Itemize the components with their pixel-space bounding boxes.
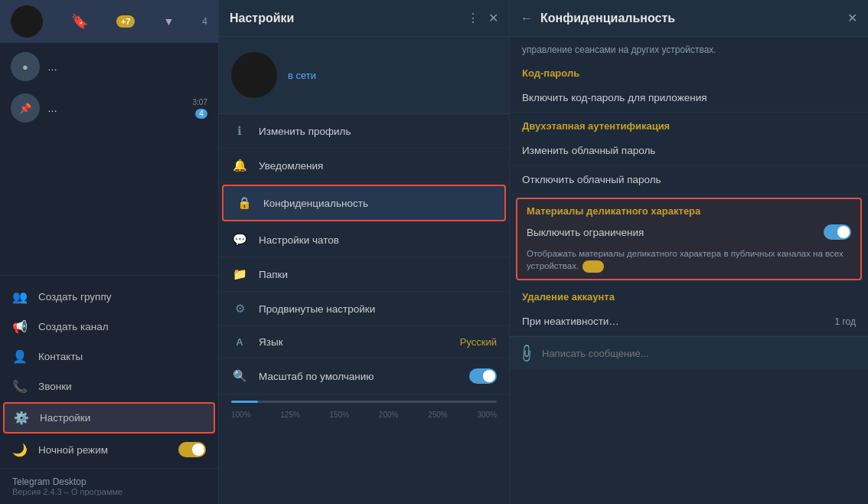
profile-status: в сети [288, 70, 316, 81]
privacy-item-change-password[interactable]: Изменить облачный пароль [510, 136, 868, 165]
info-icon: ℹ [231, 124, 248, 138]
zoom-toggle[interactable] [469, 368, 497, 384]
attachment-icon[interactable]: 📎 [516, 343, 537, 365]
item-label: Уведомления [259, 160, 497, 172]
message-input-bar: 📎 [510, 336, 868, 370]
item-label: Настройки чатов [259, 234, 497, 246]
item-label: Включить код-пароль для приложения [522, 92, 707, 103]
privacy-content: управление сеансами на других устройства… [510, 37, 868, 504]
chat-name: … [47, 103, 185, 114]
settings-menu: ℹ Изменить профиль 🔔 Уведомления 🔒 Конфи… [219, 114, 509, 504]
item-label: Изменить профиль [259, 126, 497, 137]
sidebar-item-contacts[interactable]: 👤 Контакты [0, 342, 218, 371]
privacy-header: ← Конфиденциальность ✕ [510, 0, 868, 37]
sensitive-toggle-row: Выключить ограничения [527, 221, 851, 243]
sensitive-section-title: Материалы деликатного характера [527, 205, 851, 217]
sidebar-item-night-mode[interactable]: 🌙 Ночной режим [0, 434, 218, 465]
zoom-label-150: 150% [330, 411, 350, 419]
more-icon[interactable]: ⋮ [467, 11, 479, 25]
language-icon: A [231, 336, 248, 348]
chat-time: 3:07 [193, 98, 207, 106]
sidebar-item-label: Звонки [38, 381, 72, 392]
avatar: ● [11, 52, 40, 81]
zoom-label-100: 100% [231, 411, 251, 419]
list-item[interactable]: 📌 … 3:07 4 [0, 87, 218, 129]
zoom-fill [231, 401, 258, 403]
sidebar-item-create-channel[interactable]: 📢 Создать канал [0, 312, 218, 342]
settings-item-folders[interactable]: 📁 Папки [219, 257, 509, 292]
sidebar-menu: 👥 Создать группу 📢 Создать канал 👤 Конта… [0, 279, 218, 468]
language-value: Русский [460, 336, 497, 348]
zoom-label-125: 125% [280, 411, 300, 419]
settings-item-zoom[interactable]: 🔍 Масштаб по умолчанию [219, 358, 509, 394]
sidebar-item-settings[interactable]: ⚙️ Настройки [3, 402, 215, 434]
privacy-item-enable-passcode[interactable]: Включить код-пароль для приложения [510, 83, 868, 113]
zoom-track[interactable] [231, 401, 497, 403]
sidebar-item-label: Ночной режим [38, 444, 108, 456]
privacy-item-disable-password[interactable]: Отключить облачный пароль [510, 165, 868, 195]
settings-item-edit-profile[interactable]: ℹ Изменить профиль [219, 114, 509, 149]
lock-icon: 🔒 [236, 196, 253, 210]
profile-avatar [231, 52, 277, 98]
settings-item-language[interactable]: A Язык Русский [219, 326, 509, 358]
zoom-label-200: 200% [379, 411, 399, 419]
sensitive-toggle[interactable] [824, 224, 851, 240]
delete-value: 1 год [834, 316, 856, 327]
passcode-section-title: Код-пароль [510, 60, 868, 83]
item-label: Конфиденциальность [263, 198, 492, 209]
item-label: Продвинутые настройки [259, 303, 497, 315]
bell-icon: 🔔 [231, 159, 248, 172]
two-step-section-title: Двухэтапная аутентификация [510, 113, 868, 136]
settings-item-notifications[interactable]: 🔔 Уведомления [219, 149, 509, 183]
app-title: Telegram Desktop [12, 476, 206, 487]
close-icon[interactable]: ✕ [488, 11, 498, 25]
session-note: управление сеансами на других устройства… [510, 37, 868, 60]
user-avatar[interactable] [11, 5, 43, 38]
list-item[interactable]: ● … [0, 46, 218, 87]
chevron-down-icon[interactable]: ▼ [163, 15, 174, 28]
item-label: Язык [259, 336, 449, 348]
chat-count-badge: 4 [202, 16, 207, 27]
sensitive-note: Отображать материалы деликатного характе… [527, 247, 851, 273]
app-version[interactable]: Версия 2.4.3 – О программе [12, 487, 206, 496]
close-icon[interactable]: ✕ [847, 11, 857, 25]
settings-panel: Настройки ⋮ ✕ в сети ℹ Изменить профиль … [218, 0, 509, 504]
settings-profile[interactable]: в сети [219, 37, 509, 114]
phone-icon: 📞 [12, 379, 28, 394]
delete-section-title: Удаление аккаунта [510, 283, 868, 307]
sidebar-item-create-group[interactable]: 👥 Создать группу [0, 282, 218, 312]
privacy-panel: ← Конфиденциальность ✕ управление сеанса… [509, 0, 868, 504]
profile-info: в сети [288, 70, 316, 81]
advanced-icon: ⚙ [231, 302, 248, 316]
item-label: Папки [259, 269, 497, 280]
zoom-slider-container [219, 394, 509, 409]
people-icon: 👥 [12, 290, 28, 304]
back-button[interactable]: ← [520, 11, 533, 25]
zoom-label-250: 250% [428, 411, 448, 419]
sensitive-content-section: Материалы деликатного характера Выключит… [516, 198, 862, 280]
settings-title: Настройки [230, 11, 294, 25]
settings-item-privacy[interactable]: 🔒 Конфиденциальность [222, 185, 506, 221]
item-label: При неактивности… [522, 316, 619, 327]
settings-item-advanced[interactable]: ⚙ Продвинутые настройки [219, 292, 509, 326]
sidebar-item-label: Создать группу [38, 291, 111, 303]
gear-icon: ⚙️ [14, 411, 29, 425]
sensitive-label: Выключить ограничения [527, 227, 644, 238]
contact-icon: 👤 [12, 349, 28, 364]
sidebar-item-calls[interactable]: 📞 Звонки [0, 371, 218, 401]
sidebar-item-label: Создать канал [38, 321, 109, 332]
item-label: Изменить облачный пароль [522, 145, 655, 156]
night-mode-toggle[interactable] [178, 442, 206, 457]
item-label: Отключить облачный пароль [522, 174, 661, 185]
plus-badge: +7 [116, 15, 135, 28]
message-input[interactable] [542, 348, 859, 359]
bookmark-icon[interactable]: 🔖 [71, 13, 88, 30]
privacy-item-delete-account[interactable]: При неактивности… 1 год [510, 307, 868, 336]
settings-item-chat-settings[interactable]: 💬 Настройки чатов [219, 223, 509, 257]
zoom-icon: 🔍 [231, 369, 248, 383]
zoom-labels: 100% 125% 150% 200% 250% 300% [219, 409, 509, 424]
moon-icon: 🌙 [12, 443, 28, 457]
sidebar-header-left [11, 5, 43, 38]
divider [0, 275, 218, 276]
chat-list: ● … 📌 … 3:07 4 [0, 43, 218, 272]
